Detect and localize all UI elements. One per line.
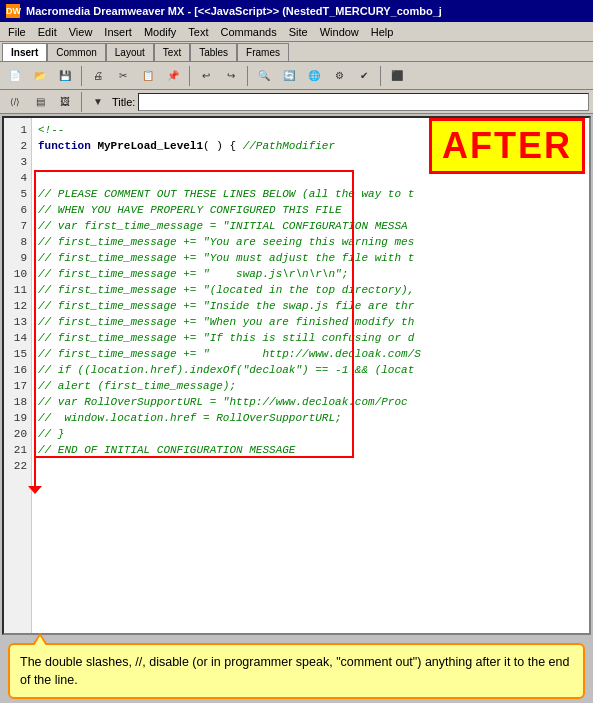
menu-view[interactable]: View: [63, 24, 99, 40]
expand-btn[interactable]: ⬛: [386, 65, 408, 87]
line-num-4: 4: [8, 170, 27, 186]
menu-file[interactable]: File: [2, 24, 32, 40]
code-line-9: // first_time_message += "You must adjus…: [38, 250, 583, 266]
line-num-17: 17: [8, 378, 27, 394]
tab-text[interactable]: Text: [154, 43, 190, 61]
separator-1: [81, 66, 82, 86]
collapse-btn[interactable]: ▼: [87, 91, 109, 113]
tab-tables[interactable]: Tables: [190, 43, 237, 61]
line-num-22: 22: [8, 458, 27, 474]
design-view-btn[interactable]: 🖼: [54, 91, 76, 113]
menu-commands[interactable]: Commands: [214, 24, 282, 40]
open-btn[interactable]: 📂: [29, 65, 51, 87]
code-line-17: // alert (first_time_message);: [38, 378, 583, 394]
undo-btn[interactable]: ↩: [195, 65, 217, 87]
menu-edit[interactable]: Edit: [32, 24, 63, 40]
code-line-14: // first_time_message += "If this is sti…: [38, 330, 583, 346]
code-line-10: // first_time_message += " swap.js\r\n\r…: [38, 266, 583, 282]
separator-3: [247, 66, 248, 86]
redo-btn[interactable]: ↪: [220, 65, 242, 87]
code-line-8: // first_time_message += "You are seeing…: [38, 234, 583, 250]
title-input[interactable]: [138, 93, 589, 111]
insert-panel-label: Insert: [2, 43, 47, 61]
line-numbers: 1 2 3 4 5 6 7 8 9 10 11 12 13 14 15 16 1…: [4, 118, 32, 633]
app-icon: DW: [6, 4, 20, 18]
code-view-btn[interactable]: ⟨/⟩: [4, 91, 26, 113]
line-num-19: 19: [8, 410, 27, 426]
print-btn[interactable]: 🖨: [87, 65, 109, 87]
separator-2: [189, 66, 190, 86]
browse-btn[interactable]: 🌐: [303, 65, 325, 87]
line-num-7: 7: [8, 218, 27, 234]
line-num-2: 2: [8, 138, 27, 154]
tab-common[interactable]: Common: [47, 43, 106, 61]
cut-btn[interactable]: ✂: [112, 65, 134, 87]
callout-text: The double slashes, //, disable (or in p…: [20, 655, 569, 687]
copy-btn[interactable]: 📋: [137, 65, 159, 87]
menu-text[interactable]: Text: [182, 24, 214, 40]
line-num-16: 16: [8, 362, 27, 378]
title-bar: DW Macromedia Dreamweaver MX - [<<JavaSc…: [0, 0, 593, 22]
line-num-12: 12: [8, 298, 27, 314]
after-badge: AFTER: [429, 118, 585, 174]
separator-4: [380, 66, 381, 86]
code-line-22: [38, 458, 583, 474]
refresh-btn[interactable]: 🔄: [278, 65, 300, 87]
debug-btn[interactable]: ⚙: [328, 65, 350, 87]
line-num-9: 9: [8, 250, 27, 266]
line-num-13: 13: [8, 314, 27, 330]
code-line-11: // first_time_message += "(located in th…: [38, 282, 583, 298]
line-num-15: 15: [8, 346, 27, 362]
new-file-btn[interactable]: 📄: [4, 65, 26, 87]
menu-window[interactable]: Window: [314, 24, 365, 40]
code-line-19: // window.location.href = RollOverSuppor…: [38, 410, 583, 426]
code-line-12: // first_time_message += "Inside the swa…: [38, 298, 583, 314]
separator-5: [81, 92, 82, 112]
code-line-5: // PLEASE COMMENT OUT THESE LINES BELOW …: [38, 186, 583, 202]
line-num-6: 6: [8, 202, 27, 218]
code-line-18: // var RollOverSupportURL = "http://www.…: [38, 394, 583, 410]
window-title: Macromedia Dreamweaver MX - [<<JavaScrip…: [26, 5, 442, 17]
menu-site[interactable]: Site: [283, 24, 314, 40]
menu-insert[interactable]: Insert: [98, 24, 138, 40]
line-num-1: 1: [8, 122, 27, 138]
paste-btn[interactable]: 📌: [162, 65, 184, 87]
line-num-20: 20: [8, 426, 27, 442]
insert-panel-tab-bar: Insert Common Layout Text Tables Frames: [0, 42, 593, 62]
line-num-3: 3: [8, 154, 27, 170]
code-editor[interactable]: 1 2 3 4 5 6 7 8 9 10 11 12 13 14 15 16 1…: [2, 116, 591, 635]
line-num-18: 18: [8, 394, 27, 410]
validate-btn[interactable]: ✔: [353, 65, 375, 87]
icon-toolbar-2: ⟨/⟩ ▤ 🖼 ▼ Title:: [0, 90, 593, 114]
tab-frames[interactable]: Frames: [237, 43, 289, 61]
line-num-11: 11: [8, 282, 27, 298]
callout-box: The double slashes, //, disable (or in p…: [8, 643, 585, 699]
code-line-21: // END OF INITIAL CONFIGURATION MESSAGE: [38, 442, 583, 458]
line-num-14: 14: [8, 330, 27, 346]
menu-help[interactable]: Help: [365, 24, 400, 40]
code-line-15: // first_time_message += " http://www.de…: [38, 346, 583, 362]
code-line-13: // first_time_message += "When you are f…: [38, 314, 583, 330]
app-window: DW Macromedia Dreamweaver MX - [<<JavaSc…: [0, 0, 593, 703]
line-num-21: 21: [8, 442, 27, 458]
save-btn[interactable]: 💾: [54, 65, 76, 87]
split-view-btn[interactable]: ▤: [29, 91, 51, 113]
code-line-6: // WHEN YOU HAVE PROPERLY CONFIGURED THI…: [38, 202, 583, 218]
arrow-head: [28, 486, 42, 494]
icon-toolbar-1: 📄 📂 💾 🖨 ✂ 📋 📌 ↩ ↪ 🔍 🔄 🌐 ⚙ ✔ ⬛: [0, 62, 593, 90]
editor-section: AFTER 1 2 3 4 5 6 7 8 9 10 11 12 13 14 1…: [0, 114, 593, 703]
title-field-label: Title:: [112, 96, 135, 108]
code-content: <!-- function MyPreLoad_Level1( ) { //Pa…: [32, 118, 589, 633]
code-line-16: // if ((location.href).indexOf("decloak"…: [38, 362, 583, 378]
tab-layout[interactable]: Layout: [106, 43, 154, 61]
menu-bar: File Edit View Insert Modify Text Comman…: [0, 22, 593, 42]
menu-modify[interactable]: Modify: [138, 24, 182, 40]
code-line-7: // var first_time_message = "INITIAL CON…: [38, 218, 583, 234]
line-num-5: 5: [8, 186, 27, 202]
code-line-20: // }: [38, 426, 583, 442]
find-btn[interactable]: 🔍: [253, 65, 275, 87]
line-num-10: 10: [8, 266, 27, 282]
arrow-line: [34, 458, 36, 488]
line-num-8: 8: [8, 234, 27, 250]
